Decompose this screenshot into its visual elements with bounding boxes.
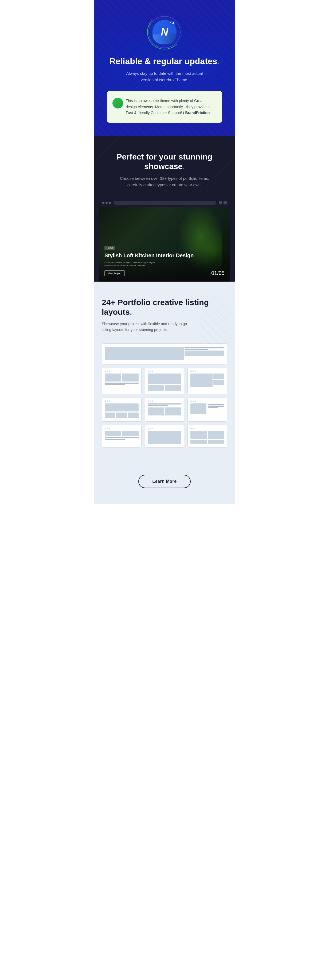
layouts-grid-row1 (102, 368, 227, 395)
showcase-subtitle: Choose between over 32+ types of portfol… (119, 175, 210, 188)
layout-card-large (102, 343, 227, 364)
card-dots-7 (105, 428, 138, 429)
browser-dots (102, 202, 111, 204)
card-dots-2 (148, 371, 181, 372)
card-dots-9 (191, 428, 224, 429)
learn-more-section: Learn More (94, 464, 235, 504)
card-dots-5 (148, 401, 181, 402)
view-project-button[interactable]: View Project (105, 270, 125, 276)
hero-subtitle: Always stay up to date with the most act… (122, 70, 207, 83)
portfolio-layouts-subtitle: Showcase your project with flexible and … (102, 321, 192, 333)
layout-card-3 (188, 368, 227, 395)
browser-icon-1 (219, 201, 222, 204)
layout-card-7 (102, 425, 141, 447)
testimonial-card: This is an awesome theme with plenty of … (107, 91, 222, 123)
layout-card-6 (188, 398, 227, 422)
layout-card-8 (145, 425, 184, 447)
layout-text-1 (184, 347, 224, 348)
layout-card-9 (188, 425, 227, 447)
testimonial-text: This is an awesome theme with plenty of … (126, 98, 215, 116)
browser-mockup: Home Stylish Loft Kitchen Interior Desig… (99, 199, 230, 282)
logo-letter: N (161, 27, 168, 38)
layout-row-1 (105, 347, 224, 360)
layout-card-5 (145, 398, 184, 422)
hero-section: N 1.4 Reliable & regular updates. Always… (94, 0, 235, 136)
layouts-grid-row2 (102, 398, 227, 422)
version-badge: 1.4 (169, 21, 175, 25)
browser-dot-3 (109, 202, 111, 204)
layout-card-2 (145, 368, 184, 395)
browser-url-bar (113, 201, 216, 205)
card-dots-3 (191, 371, 224, 372)
portfolio-item-desc: Lorem ipsum dolor sit amet consectetur a… (105, 261, 158, 267)
browser-icon-2 (224, 201, 227, 204)
layout-text-2 (184, 349, 208, 350)
browser-bar (99, 199, 230, 207)
browser-dot-2 (105, 202, 108, 204)
card-dots-1 (105, 371, 138, 372)
layout-card-4 (102, 398, 141, 422)
portfolio-tag: Home (105, 246, 115, 250)
layout-cell-1 (105, 347, 184, 360)
showcase-section: Perfect for your stunning showcase. Choo… (94, 136, 235, 282)
browser-dot-1 (102, 202, 105, 204)
layout-text-col (184, 347, 224, 360)
hero-title: Reliable & regular updates. (102, 56, 227, 66)
testimonial-avatar (113, 98, 123, 108)
browser-action-icons (219, 201, 227, 204)
learn-more-button[interactable]: Learn More (138, 475, 191, 488)
portfolio-layouts-section: 24+ Portfolio creative listing layouts. … (94, 282, 235, 465)
logo-container: N 1.4 (148, 16, 181, 48)
portfolio-content: Home Stylish Loft Kitchen Interior Desig… (105, 245, 194, 276)
layout-card-1 (102, 368, 141, 395)
layouts-grid-row3 (102, 425, 227, 447)
portfolio-preview: Home Stylish Loft Kitchen Interior Desig… (99, 207, 230, 282)
portfolio-item-title: Stylish Loft Kitchen Interior Design (105, 252, 194, 259)
card-dots-4 (105, 401, 138, 402)
card-dots-8 (148, 428, 181, 429)
layout-cell-2 (184, 350, 224, 356)
testimonial-author: / BrandFriction (183, 111, 210, 115)
portfolio-counter: 01/05 (211, 270, 224, 276)
showcase-title: Perfect for your stunning showcase. (102, 152, 227, 171)
card-dots-6 (191, 401, 224, 402)
portfolio-layouts-title: 24+ Portfolio creative listing layouts. (102, 298, 227, 317)
